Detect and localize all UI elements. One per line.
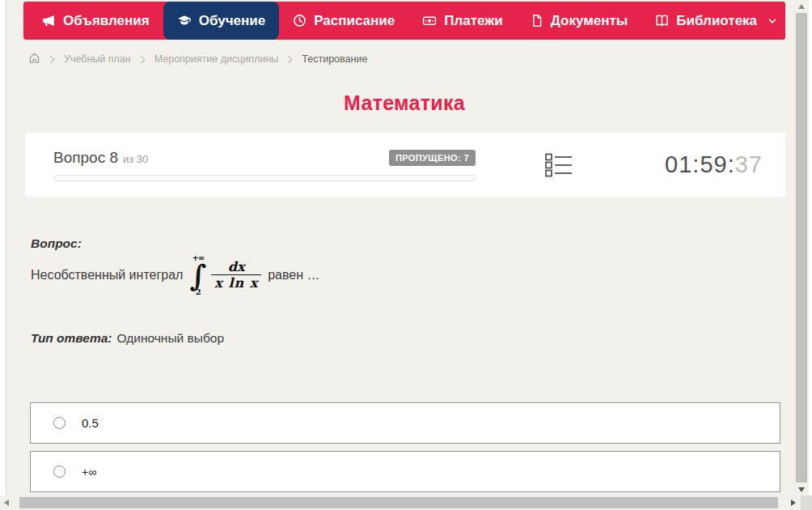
payment-card-icon (422, 14, 437, 28)
integral-sign: ∫ (189, 262, 206, 288)
formula-numerator: dx (225, 260, 248, 274)
nav-item-payments[interactable]: Платежи (408, 2, 517, 40)
book-icon (655, 14, 669, 28)
question-header-card: Вопрос 8 из 30 ПРОПУЩЕНО: 7 01:59:37 (25, 133, 785, 197)
breadcrumb-curriculum[interactable]: Учебный план (64, 53, 131, 65)
vertical-scrollbar[interactable] (794, 0, 809, 495)
answer-option-label: 0.5 (82, 416, 99, 430)
scroll-right-arrow-icon[interactable] (791, 499, 796, 506)
scroll-left-arrow-icon[interactable] (4, 499, 9, 506)
radio-button[interactable] (53, 465, 66, 478)
document-icon (531, 14, 543, 28)
nav-label: Библиотека (676, 13, 757, 29)
scroll-up-arrow-icon[interactable] (798, 4, 805, 9)
question-number: Вопрос 8 (53, 149, 118, 167)
answer-type-row: Тип ответа:Одиночный выбор (31, 331, 224, 346)
main-navigation: Объявления Обучение Расписание Платежи Д… (23, 2, 785, 40)
answer-option-2[interactable]: +∞ (30, 451, 780, 492)
clock-icon (293, 14, 307, 28)
scroll-down-arrow-icon[interactable] (798, 487, 805, 492)
question-text-after: равен … (268, 268, 319, 283)
megaphone-icon (42, 14, 56, 28)
timer: 01:59:37 (665, 151, 763, 178)
question-total: из 30 (123, 153, 148, 165)
nav-label: Платежи (444, 13, 503, 29)
integral-lower-limit: 2 (196, 288, 201, 296)
nav-label: Расписание (314, 13, 395, 29)
nav-item-library[interactable]: Библиотека (641, 2, 791, 40)
test-page: Объявления Обучение Расписание Платежи Д… (6, 0, 794, 495)
question-text-before: Несобственный интеграл (31, 268, 183, 283)
breadcrumb-discipline-event[interactable]: Мероприятие дисциплины (154, 53, 279, 65)
answer-type-value: Одиночный выбор (117, 331, 225, 345)
integral-formula: +∞ ∫ 2 dx x ln x (189, 254, 261, 296)
nav-item-learning[interactable]: Обучение (163, 2, 279, 40)
skipped-badge: ПРОПУЩЕНО: 7 (389, 150, 476, 166)
nav-item-documents[interactable]: Документы (517, 2, 642, 40)
breadcrumb-separator-icon (49, 55, 56, 64)
page-title: Математика (23, 91, 785, 115)
answer-option-label: +∞ (82, 465, 96, 478)
horizontal-scrollbar[interactable] (0, 495, 801, 510)
horizontal-scrollbar-thumb[interactable] (19, 497, 778, 508)
breadcrumb-separator-icon (286, 55, 294, 64)
nav-label: Объявления (63, 13, 150, 29)
timer-seconds: 37 (735, 151, 763, 177)
answer-option-1[interactable]: 0.5 (30, 402, 780, 444)
answer-type-label: Тип ответа: (31, 331, 112, 345)
nav-item-announcements[interactable]: Объявления (28, 2, 163, 40)
breadcrumb-separator-icon (139, 55, 146, 64)
nav-item-schedule[interactable]: Расписание (279, 2, 408, 40)
home-icon[interactable] (28, 52, 40, 66)
nav-label: Обучение (199, 13, 265, 29)
question-list-icon[interactable] (545, 152, 573, 177)
chevron-down-icon (768, 16, 777, 26)
timer-hours-minutes: 01:59: (665, 151, 735, 177)
nav-label: Документы (551, 13, 628, 29)
progress-bar (53, 175, 476, 181)
radio-button[interactable] (53, 417, 66, 429)
breadcrumb-testing: Тестирование (302, 53, 367, 65)
question-text: Несобственный интеграл +∞ ∫ 2 dx x ln x … (31, 249, 320, 301)
breadcrumb: Учебный план Мероприятие дисциплины Тест… (28, 50, 367, 68)
graduation-cap-icon (177, 14, 192, 28)
scrollbar-corner (801, 495, 812, 510)
formula-denominator: x ln x (211, 274, 261, 291)
vertical-scrollbar-thumb[interactable] (796, 13, 807, 482)
